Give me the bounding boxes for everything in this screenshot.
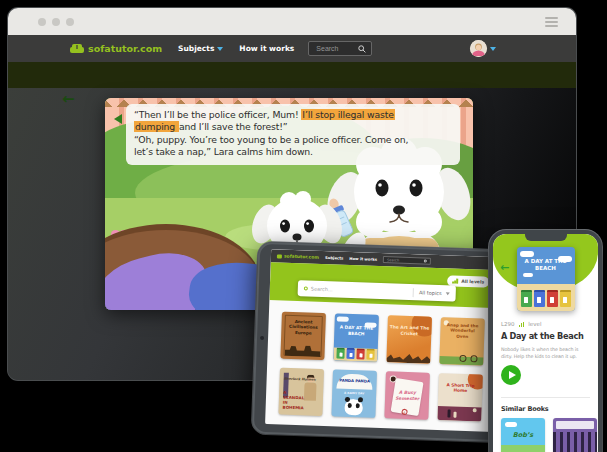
book-cover-sherlock-holmes[interactable]: Sherlock Holmes A SCANDAL IN BOHEMIA xyxy=(278,368,324,417)
book-title: PANDA PANDA xyxy=(337,378,373,384)
nav-item-how-it-works[interactable]: How it works xyxy=(239,44,294,53)
book-cover-day-at-the-beach[interactable]: A DAY AT THE BEACH xyxy=(517,247,575,311)
similar-book-forest[interactable] xyxy=(553,418,597,452)
caption-line: “Then I’ll be the police officer, Mum! I… xyxy=(134,109,452,121)
caption-line: let’s take a nap,” Lara calms him down. xyxy=(134,146,452,158)
nav-item-label: Subjects xyxy=(178,44,214,53)
camera-icon xyxy=(260,336,264,340)
book-title: A Short Trip Home xyxy=(438,382,482,394)
caption-text: let’s take a nap,” Lara calms him down. xyxy=(134,146,313,157)
logo-text: sofatutor.com xyxy=(284,254,319,260)
figure-art xyxy=(447,409,450,417)
tablet-mockup: sofatutor.com Subjects How it works Sear… xyxy=(252,242,509,443)
chevron-down-icon xyxy=(490,47,496,51)
book-cover-day-at-the-beach[interactable]: A DAY AT THE BEACH xyxy=(333,313,379,362)
cloud-art xyxy=(520,251,534,257)
story-caption: “Then I’ll be the police officer, Mum! I… xyxy=(126,104,460,165)
similar-books-heading: Similar Books xyxy=(501,405,548,413)
book-title: A Busy Semester xyxy=(393,390,421,402)
cover-title-art xyxy=(556,421,594,429)
trees-art xyxy=(553,432,597,452)
level-badge: L290 level xyxy=(501,321,541,327)
couch-logo-icon xyxy=(70,44,84,54)
book-description: Nobody likes it when the beach is dirty.… xyxy=(501,346,591,360)
nav-item-subjects[interactable]: Subjects xyxy=(178,44,223,53)
book-cover-busy-semester[interactable]: A Busy Semester A xyxy=(384,371,430,420)
caption-highlight: I’ll stop illegal waste xyxy=(301,109,395,120)
page-header-band xyxy=(8,62,576,88)
caption-line: “Oh, puppy. You’re too young to be a pol… xyxy=(134,134,452,146)
tablet-screen: sofatutor.com Subjects How it works Sear… xyxy=(265,249,502,432)
caption-highlight: dumping xyxy=(134,121,179,132)
similar-book-bobs[interactable]: Bob’s xyxy=(501,418,545,452)
back-arrow-icon[interactable]: ← xyxy=(500,261,509,274)
figure-art xyxy=(453,412,456,418)
back-arrow-icon[interactable]: ← xyxy=(62,90,75,108)
caption-text: “Then I’ll be the police officer, Mum! xyxy=(134,109,301,120)
window-control-dot[interactable] xyxy=(66,18,74,26)
search-input[interactable] xyxy=(314,44,358,53)
cloud-art xyxy=(505,422,517,427)
cloud-art xyxy=(523,273,533,277)
couch-logo-icon xyxy=(277,254,282,258)
window-control-dot[interactable] xyxy=(52,18,60,26)
level-label: level xyxy=(528,321,541,327)
book-cover-short-trip-home[interactable]: A Short Trip Home xyxy=(437,373,483,422)
audio-play-marker-icon[interactable] xyxy=(114,114,122,124)
book-page-title: A Day at the Beach xyxy=(501,331,583,341)
book-title: The Art and The Cricket xyxy=(387,324,431,337)
level-chart-icon xyxy=(519,322,525,327)
book-title: Ancient Civilisations Europe xyxy=(281,319,326,336)
phone-mockup: ← A DAY AT THE BEACH L290 level A Day at… xyxy=(489,230,602,452)
browser-chrome-bar xyxy=(8,8,576,35)
search-placeholder: Search xyxy=(387,258,399,262)
topics-filter[interactable]: All topics xyxy=(419,289,442,296)
sofatutor-logo[interactable]: sofatutor.com xyxy=(277,253,319,259)
level-chart-icon xyxy=(452,278,458,283)
book-grid: Ancient Civilisations Europe A DAY AT TH… xyxy=(278,312,484,422)
book-cover-ancient-civilisations[interactable]: Ancient Civilisations Europe xyxy=(280,312,326,361)
nav-item-label: How it works xyxy=(239,44,294,53)
cover-art xyxy=(386,352,430,364)
book-subtitle: A SCANDAL IN BOHEMIA xyxy=(283,390,308,411)
similar-books-row: Bob’s xyxy=(501,418,597,452)
nav-item-how-it-works[interactable]: How it works xyxy=(349,256,377,262)
hamburger-menu-icon[interactable] xyxy=(545,17,558,27)
book-title: A DAY AT THE BEACH xyxy=(334,324,378,337)
logo-text: sofatutor.com xyxy=(88,43,162,54)
umbrella-art: PANDA PANDA xyxy=(336,374,373,390)
navbar-search[interactable]: Search xyxy=(383,256,431,265)
avatar[interactable] xyxy=(470,40,487,57)
book-cover-panda-panda[interactable]: PANDA PANDA A RAINY DAY xyxy=(331,369,377,418)
book-title: Anap and the Wonderful Oven xyxy=(440,322,485,339)
caption-text: and I’ll save the forest!” xyxy=(179,121,288,132)
all-levels-label: All levels xyxy=(461,279,484,285)
search-icon xyxy=(304,286,308,290)
caption-line: dumping and I’ll save the forest!” xyxy=(134,121,452,133)
divider xyxy=(413,288,414,297)
level-code: L290 xyxy=(501,321,515,327)
user-menu[interactable] xyxy=(470,40,496,57)
phone-notch xyxy=(525,234,567,241)
window-controls[interactable] xyxy=(38,18,74,26)
navbar-search[interactable] xyxy=(308,41,372,56)
play-button[interactable] xyxy=(501,365,521,385)
caption-text: “Oh, puppy. You’re too young to be a pol… xyxy=(134,134,408,145)
phone-screen: ← A DAY AT THE BEACH L290 level A Day at… xyxy=(493,234,598,452)
window-control-dot[interactable] xyxy=(38,18,46,26)
chevron-down-icon xyxy=(446,292,450,295)
nav-item-subjects[interactable]: Subjects xyxy=(325,255,344,261)
site-navbar: sofatutor.com Subjects How it works xyxy=(8,35,576,62)
chevron-down-icon xyxy=(217,47,223,51)
divider xyxy=(501,397,590,398)
search-icon xyxy=(358,45,366,53)
book-cover-anap-wonderful-oven[interactable]: Anap and the Wonderful Oven xyxy=(439,317,485,366)
panda-art xyxy=(344,399,363,416)
sofatutor-logo[interactable]: sofatutor.com xyxy=(70,43,162,54)
book-title: Bob’s xyxy=(501,431,545,439)
book-subtitle: A RAINY DAY xyxy=(332,390,376,396)
search-placeholder: Search... xyxy=(311,286,408,295)
cloud-art xyxy=(337,316,349,321)
search-icon xyxy=(424,259,427,262)
book-cover-art-and-cricket[interactable]: The Art and The Cricket xyxy=(386,315,432,364)
